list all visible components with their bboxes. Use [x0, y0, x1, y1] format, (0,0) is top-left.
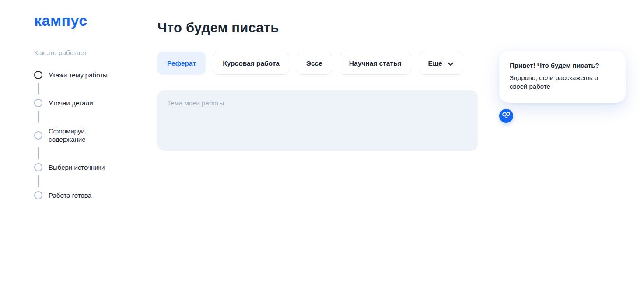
work-type-tabs: Реферат Курсовая работа Эссе Научная ста… [158, 52, 478, 75]
step-connector [38, 175, 39, 187]
glasses-icon [501, 110, 511, 122]
assistant-message-title: Привет! Что будем писать? [510, 62, 615, 69]
sidebar: кампус Как это работает Укажи тему работ… [0, 0, 132, 304]
page-title: Что будем писать [158, 20, 478, 36]
step-label: Выбери источники [49, 163, 105, 171]
chevron-down-icon [448, 60, 454, 68]
step-label: Сформируй содержание [49, 127, 118, 143]
how-it-works-heading: Как это работает [34, 49, 123, 56]
step-item-work-ready: Работа готова [34, 191, 123, 199]
main-content: Что будем писать Реферат Курсовая работа… [158, 0, 478, 151]
steps-list: Укажи тему работы Уточни детали Сформиру… [34, 71, 123, 199]
assistant-message-text: Здорово, если расскажешь о своей работе [510, 73, 615, 91]
tab-more-label: Еще [428, 59, 442, 67]
step-connector [38, 83, 39, 95]
step-connector [38, 111, 39, 123]
tab-referat[interactable]: Реферат [158, 52, 206, 75]
tab-essay[interactable]: Эссе [297, 52, 332, 75]
topic-input[interactable] [158, 90, 478, 151]
step-label: Работа готова [49, 191, 91, 199]
assistant-message-card: Привет! Что будем писать? Здорово, если … [499, 51, 626, 103]
step-item-choose-sources: Выбери источники [34, 163, 123, 171]
step-label: Уточни детали [49, 99, 93, 107]
step-circle-icon [34, 163, 42, 171]
step-circle-icon [34, 99, 42, 107]
step-circle-icon [34, 71, 42, 79]
brand-logo[interactable]: кампус [34, 13, 123, 28]
step-connector [38, 147, 39, 159]
step-label: Укажи тему работы [49, 71, 108, 79]
tab-science-article[interactable]: Научная статья [340, 52, 411, 75]
assistant-avatar-button[interactable] [499, 109, 513, 123]
step-circle-icon [34, 131, 42, 140]
step-item-build-outline: Сформируй содержание [34, 127, 123, 143]
tab-more[interactable]: Еще [419, 52, 463, 75]
step-item-clarify-details: Уточни детали [34, 99, 123, 107]
tab-coursework[interactable]: Курсовая работа [213, 52, 289, 75]
step-item-specify-topic: Укажи тему работы [34, 71, 123, 79]
step-circle-icon [34, 191, 42, 199]
